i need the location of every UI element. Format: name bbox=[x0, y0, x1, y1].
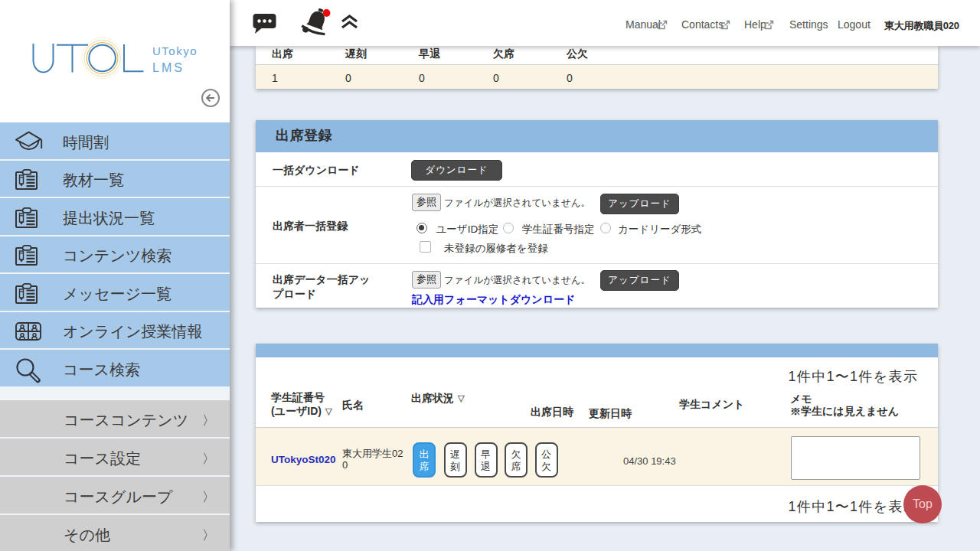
svg-text:UTokyo: UTokyo bbox=[152, 44, 198, 57]
svg-text:LMS: LMS bbox=[152, 61, 185, 74]
